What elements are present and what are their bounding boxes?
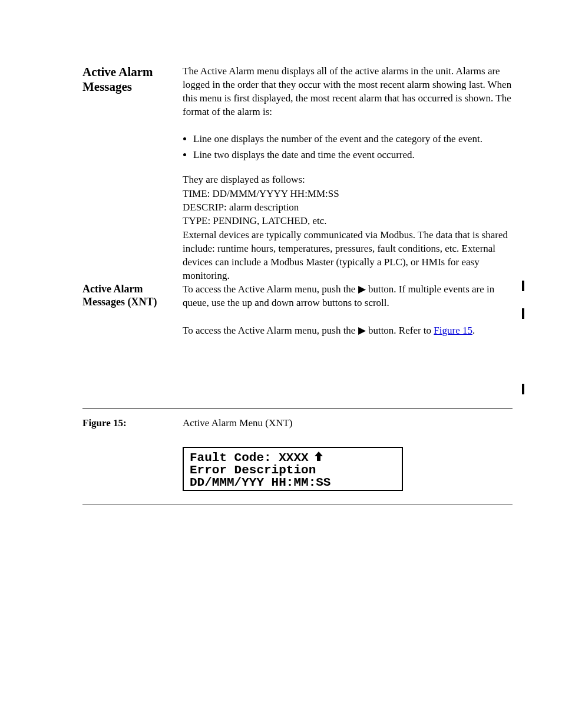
para-external-devices: External devices are typically communica… <box>183 229 513 283</box>
lcd-display: Fault Code: XXXX Error Description DD/MM… <box>183 447 401 491</box>
lcd-line1: Fault Code: XXXX <box>190 451 309 465</box>
svg-marker-0 <box>315 452 323 461</box>
para-access-2-b: button. Refer to <box>366 325 434 336</box>
code-line-1: TIME: DD/MMM/YYYY HH:MM:SS <box>183 187 513 201</box>
right-arrow-icon: ▶ <box>358 284 366 295</box>
up-arrow-icon <box>315 452 323 464</box>
lcd-line2: Error Description <box>190 464 396 476</box>
para-displayed-as: They are displayed as follows: <box>183 173 513 187</box>
para-access-1: To access the Active Alarm menu, push th… <box>183 283 513 310</box>
figure-caption-title: Active Alarm Menu (XNT) <box>183 417 513 429</box>
figure-top-rule <box>82 409 513 409</box>
figure-bottom-rule <box>82 505 513 505</box>
list-item-1: Line one displays the number of the even… <box>193 133 513 146</box>
change-bar-2 <box>522 308 524 319</box>
code-line-3: TYPE: PENDING, LATCHED, etc. <box>183 215 513 228</box>
section-label-left: Active Alarm Messages <box>82 65 177 94</box>
para-access-2-dot: . <box>472 325 475 336</box>
list-item-2: Line two displays the date and time the … <box>193 149 513 162</box>
figure-link[interactable]: Figure 15 <box>434 325 472 336</box>
figure-caption-number: Figure 15: <box>82 417 177 429</box>
change-bar-3 <box>522 384 524 394</box>
code-line-2: DESCRIP: alarm description <box>183 201 513 215</box>
section-label-left-2: Active Alarm Messages (XNT) <box>82 283 177 308</box>
change-bar-1 <box>522 281 524 291</box>
para-intro: The Active Alarm menu displays all of th… <box>183 65 513 119</box>
para-access-1-a: To access the Active Alarm menu, push th… <box>183 284 358 295</box>
para-access-2-a: To access the Active Alarm menu, push th… <box>183 325 358 336</box>
para-access-2: To access the Active Alarm menu, push th… <box>183 324 513 338</box>
right-arrow-icon-2: ▶ <box>358 325 366 336</box>
lcd-line3: DD/MMM/YYY HH:MM:SS <box>190 476 396 489</box>
